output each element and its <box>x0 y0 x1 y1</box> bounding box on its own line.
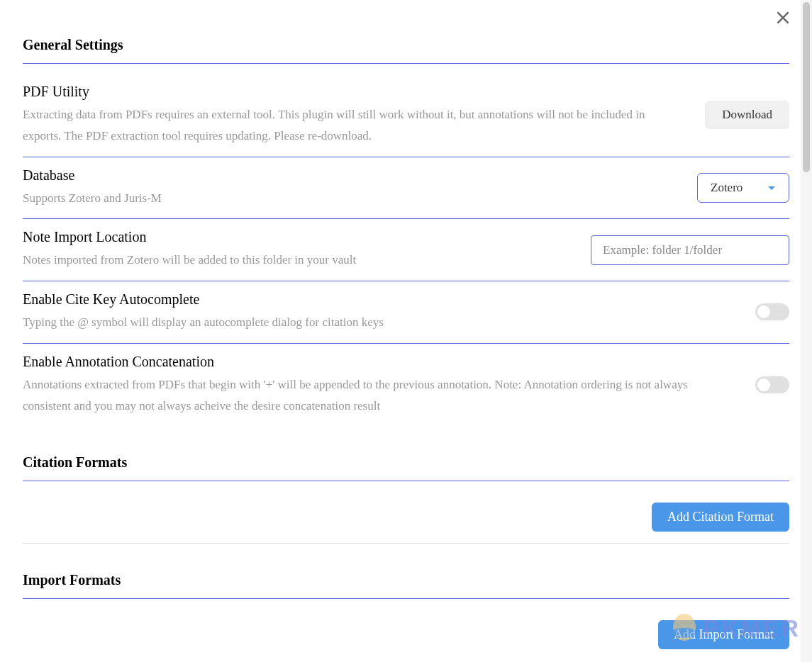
database-select-value: Zotero <box>711 181 743 195</box>
citation-formats-heading: Citation Formats <box>23 454 789 481</box>
note-import-title: Note Import Location <box>23 229 569 245</box>
cite-key-desc: Typing the @ symbol will display an auto… <box>23 312 734 333</box>
toggle-knob <box>757 378 770 391</box>
pdf-utility-row: PDF Utility Extracting data from PDFs re… <box>23 74 789 157</box>
add-import-format-button[interactable]: Add Import Format <box>658 620 789 649</box>
note-import-row: Note Import Location Notes imported from… <box>23 219 789 281</box>
pdf-utility-title: PDF Utility <box>23 84 684 100</box>
download-button[interactable]: Download <box>705 101 789 129</box>
note-import-desc: Notes imported from Zotero will be added… <box>23 249 569 271</box>
annotation-concat-toggle[interactable] <box>755 376 789 393</box>
cite-key-title: Enable Cite Key Autocomplete <box>23 291 734 308</box>
import-formats-heading: Import Formats <box>23 572 789 599</box>
add-citation-format-button[interactable]: Add Citation Format <box>652 503 789 532</box>
database-select[interactable]: Zotero <box>697 173 789 203</box>
import-formats-actions: Add Import Format <box>23 609 789 661</box>
close-icon <box>774 9 792 27</box>
note-import-input[interactable] <box>591 235 789 265</box>
annotation-concat-desc: Annotations extracted from PDFs that beg… <box>23 374 734 417</box>
citation-formats-actions: Add Citation Format <box>23 491 789 544</box>
database-row: Database Supports Zotero and Juris-M Zot… <box>23 157 789 220</box>
annotation-concat-title: Enable Annotation Concatenation <box>23 354 734 370</box>
chevron-down-icon <box>767 181 776 195</box>
cite-key-toggle[interactable] <box>755 303 789 320</box>
pdf-utility-desc: Extracting data from PDFs requires an ex… <box>23 104 684 147</box>
close-button[interactable] <box>774 9 792 30</box>
database-desc: Supports Zotero and Juris-M <box>23 188 676 209</box>
cite-key-row: Enable Cite Key Autocomplete Typing the … <box>23 281 789 344</box>
general-settings-heading: General Settings <box>23 37 789 64</box>
annotation-concat-row: Enable Annotation Concatenation Annotati… <box>23 344 789 427</box>
database-title: Database <box>23 167 676 184</box>
toggle-knob <box>757 305 770 318</box>
